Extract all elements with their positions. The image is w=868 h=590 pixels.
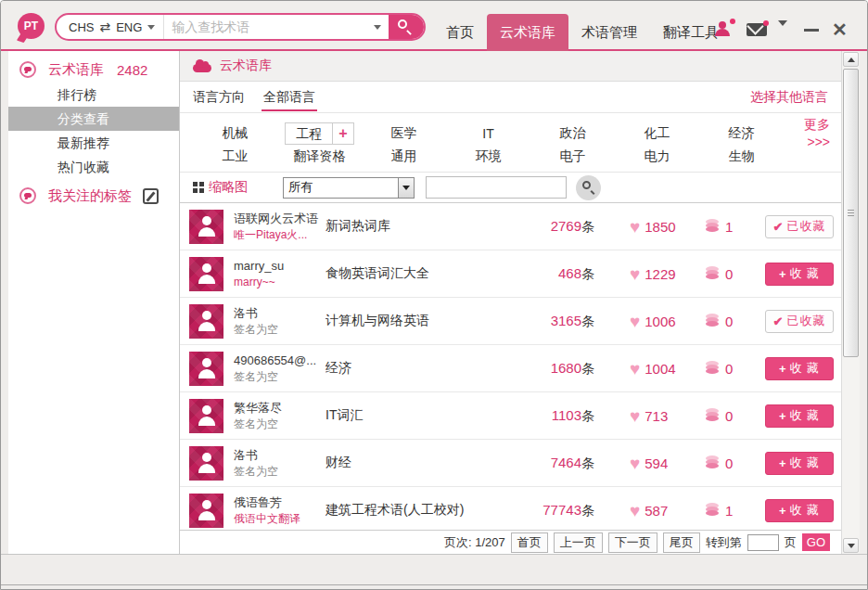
- thumbnail-grid-icon[interactable]: [193, 182, 204, 193]
- row-stack-count: 0: [725, 361, 733, 377]
- edit-tags-icon[interactable]: [143, 188, 159, 204]
- filter-search-input[interactable]: [426, 176, 567, 199]
- collect-button[interactable]: ✔ 已收藏: [765, 310, 834, 333]
- category-item[interactable]: 工业: [223, 148, 249, 163]
- category-item[interactable]: 通用: [391, 148, 417, 163]
- add-category-icon[interactable]: +: [332, 123, 352, 144]
- row-user-name: 洛书: [234, 305, 326, 322]
- mail-icon[interactable]: [747, 23, 767, 36]
- table-row: 繁华落尽 签名为空 IT词汇 1103条 ♥ 713 0 + 收 藏: [180, 392, 841, 440]
- sidebar-section-followed-tags[interactable]: 我关注的标签: [8, 183, 179, 209]
- thumbnail-view-toggle[interactable]: 缩略图: [209, 179, 248, 196]
- category-item[interactable]: 医学: [391, 125, 417, 140]
- row-term-count-suffix: 条: [581, 361, 594, 376]
- search-button[interactable]: [389, 13, 424, 41]
- table-row: 语联网火云术语 唯一Pitaya火... 新词热词库 2769条 ♥ 1850 …: [180, 203, 841, 250]
- collect-button-icon: +: [779, 410, 786, 422]
- row-term-count-number: 2769: [551, 218, 581, 234]
- category-item[interactable]: 电子: [560, 148, 586, 163]
- row-library-title[interactable]: IT词汇: [326, 407, 502, 424]
- nav-home[interactable]: 首页: [433, 14, 487, 51]
- collect-button-label: 已收藏: [786, 218, 825, 235]
- row-term-count: 3165条: [502, 313, 594, 330]
- collect-button[interactable]: + 收 藏: [765, 452, 834, 475]
- row-user-subtitle: 唯一Pitaya火...: [234, 227, 326, 242]
- minimize-button[interactable]: [804, 29, 819, 32]
- row-term-count-number: 468: [558, 265, 581, 281]
- vertical-scrollbar[interactable]: [841, 51, 860, 554]
- nav-cloud-termbase[interactable]: 云术语库: [487, 14, 568, 51]
- category-item[interactable]: IT: [482, 126, 493, 141]
- category-item[interactable]: 电力: [645, 148, 670, 163]
- row-user-name: 俄语鲁芳: [234, 494, 326, 511]
- row-library-title[interactable]: 建筑工程术语(人工校对): [326, 502, 502, 519]
- category-item[interactable]: 化工: [645, 125, 670, 140]
- collect-button[interactable]: + 收 藏: [765, 263, 834, 286]
- search-history-chevron-icon[interactable]: [374, 25, 381, 30]
- row-library-title[interactable]: 财经: [326, 455, 502, 471]
- close-button[interactable]: ✕: [832, 19, 848, 40]
- category-item[interactable]: 环境: [476, 148, 502, 163]
- sidebar-section-cloud-termbase[interactable]: 云术语库 2482: [8, 57, 179, 83]
- swap-languages-icon[interactable]: ⇄: [99, 19, 110, 34]
- scroll-up-button[interactable]: [843, 52, 859, 67]
- row-likes: ♥ 1006: [630, 313, 706, 330]
- collect-button-icon: +: [779, 363, 786, 375]
- category-item[interactable]: 翻译资格: [294, 148, 346, 163]
- term-search-input[interactable]: [163, 15, 374, 39]
- main-nav: 首页 云术语库 术语管理 翻译工具: [433, 14, 732, 51]
- goto-page-input[interactable]: [747, 534, 779, 551]
- sidebar-section-label: 我关注的标签: [48, 187, 132, 205]
- row-likes: ♥ 713: [630, 407, 706, 425]
- category-item[interactable]: 政治: [560, 125, 586, 140]
- first-page-button[interactable]: 首页: [511, 532, 548, 553]
- go-button[interactable]: GO: [802, 533, 830, 551]
- all-languages-tab[interactable]: 全部语言: [262, 83, 317, 111]
- user-account-icon[interactable]: [715, 21, 734, 36]
- last-page-button[interactable]: 尾页: [663, 532, 700, 553]
- language-pair-selector[interactable]: CHS ⇄ ENG: [57, 19, 163, 34]
- scroll-down-button[interactable]: [843, 538, 859, 553]
- row-user-subtitle: 签名为空: [234, 322, 326, 337]
- chevron-down-icon[interactable]: [147, 25, 155, 30]
- next-page-button[interactable]: 下一页: [608, 532, 657, 553]
- avatar: [189, 210, 223, 244]
- category-item[interactable]: 生物: [729, 148, 755, 163]
- row-user-subtitle: 签名为空: [234, 464, 326, 479]
- row-user-block: 语联网火云术语 唯一Pitaya火...: [234, 211, 326, 242]
- menu-collapse-icon[interactable]: [778, 26, 789, 43]
- collect-button[interactable]: + 收 藏: [765, 499, 834, 522]
- more-categories-link[interactable]: 更多>>>: [804, 117, 830, 149]
- choose-other-language-link[interactable]: 选择其他语言: [750, 89, 828, 106]
- prev-page-button[interactable]: 上一页: [554, 532, 603, 553]
- select-dropdown-button[interactable]: [398, 178, 414, 198]
- row-library-title[interactable]: 食物英语词汇大全: [326, 265, 502, 282]
- category-item[interactable]: 机械: [223, 125, 249, 140]
- row-term-count-number: 77743: [542, 502, 581, 518]
- sidebar-item-ranking[interactable]: 排行榜: [8, 83, 179, 107]
- row-like-count: 1004: [645, 361, 675, 377]
- sidebar-item-popular[interactable]: 热门收藏: [8, 155, 179, 179]
- collect-button[interactable]: ✔ 已收藏: [765, 215, 834, 238]
- category-item[interactable]: 经济: [729, 125, 755, 140]
- collect-button[interactable]: + 收 藏: [765, 404, 834, 428]
- avatar: [189, 494, 223, 528]
- row-library-title[interactable]: 经济: [326, 360, 502, 377]
- category-row-1: 机械工程+医学IT政治化工经济更多>>>: [193, 116, 832, 143]
- page-info: 页次: 1/207: [444, 534, 505, 551]
- row-library-title[interactable]: 计算机与网络英语: [326, 313, 502, 329]
- row-stack-count: 0: [725, 314, 733, 329]
- term-search-bar: CHS ⇄ ENG: [55, 13, 426, 41]
- row-stack-count: 0: [725, 266, 733, 282]
- collect-button[interactable]: + 收 藏: [765, 357, 834, 380]
- sidebar-item-latest[interactable]: 最新推荐: [8, 131, 179, 155]
- row-library-title[interactable]: 新词热词库: [326, 218, 502, 235]
- filter-search-button[interactable]: [576, 175, 601, 200]
- heart-icon: ♥: [630, 455, 640, 472]
- filter-select[interactable]: 所有: [283, 177, 415, 199]
- category-selected[interactable]: 工程+: [285, 122, 353, 145]
- lang-to-label: ENG: [116, 20, 142, 34]
- nav-term-management[interactable]: 术语管理: [568, 14, 650, 51]
- sidebar-item-category-view[interactable]: 分类查看: [8, 107, 179, 131]
- scrollbar-thumb[interactable]: [843, 69, 859, 357]
